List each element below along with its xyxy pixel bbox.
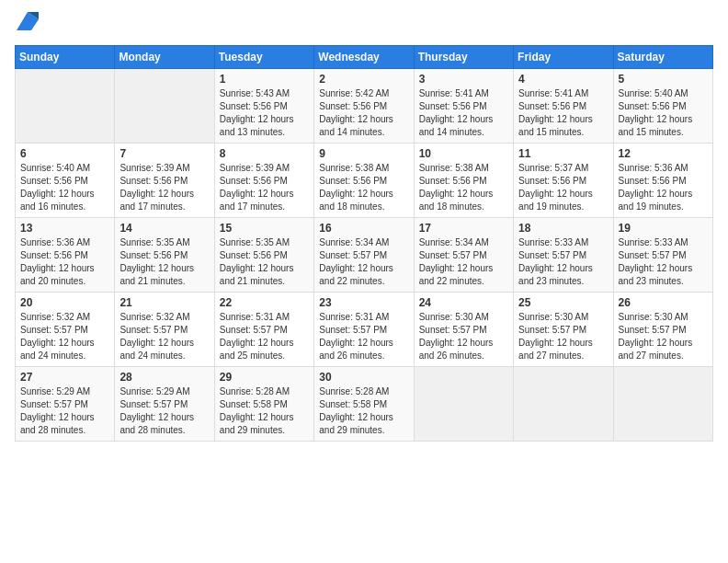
calendar-cell: 19Sunrise: 5:33 AM Sunset: 5:57 PM Dayli… — [613, 218, 712, 293]
day-info: Sunrise: 5:40 AM Sunset: 5:56 PM Dayligh… — [619, 87, 708, 139]
day-number: 14 — [119, 222, 209, 235]
calendar-cell: 3Sunrise: 5:41 AM Sunset: 5:56 PM Daylig… — [414, 69, 513, 144]
weekday-header-wednesday: Wednesday — [314, 46, 414, 69]
day-info: Sunrise: 5:40 AM Sunset: 5:56 PM Dayligh… — [20, 162, 109, 213]
calendar-cell: 28Sunrise: 5:29 AM Sunset: 5:57 PM Dayli… — [115, 367, 214, 442]
day-info: Sunrise: 5:38 AM Sunset: 5:56 PM Dayligh… — [319, 162, 408, 213]
calendar-week-3: 13Sunrise: 5:36 AM Sunset: 5:56 PM Dayli… — [16, 218, 713, 293]
calendar-cell: 18Sunrise: 5:33 AM Sunset: 5:57 PM Dayli… — [514, 218, 613, 293]
calendar-cell: 10Sunrise: 5:38 AM Sunset: 5:56 PM Dayli… — [414, 144, 513, 218]
calendar-cell: 11Sunrise: 5:37 AM Sunset: 5:56 PM Dayli… — [514, 144, 613, 218]
calendar-cell: 22Sunrise: 5:31 AM Sunset: 5:57 PM Dayli… — [214, 293, 313, 367]
day-info: Sunrise: 5:33 AM Sunset: 5:57 PM Dayligh… — [619, 236, 708, 288]
day-info: Sunrise: 5:35 AM Sunset: 5:56 PM Dayligh… — [220, 236, 309, 288]
day-number: 8 — [220, 147, 309, 160]
day-info: Sunrise: 5:28 AM Sunset: 5:58 PM Dayligh… — [319, 385, 408, 437]
day-number: 1 — [220, 73, 309, 86]
day-number: 5 — [619, 73, 708, 86]
calendar-cell: 23Sunrise: 5:31 AM Sunset: 5:57 PM Dayli… — [314, 293, 414, 367]
day-number: 11 — [518, 147, 608, 160]
day-info: Sunrise: 5:30 AM Sunset: 5:57 PM Dayligh… — [619, 311, 708, 362]
day-info: Sunrise: 5:41 AM Sunset: 5:56 PM Dayligh… — [419, 87, 508, 139]
calendar-cell: 17Sunrise: 5:34 AM Sunset: 5:57 PM Dayli… — [414, 218, 513, 293]
day-info: Sunrise: 5:35 AM Sunset: 5:56 PM Dayligh… — [119, 236, 209, 288]
day-info: Sunrise: 5:31 AM Sunset: 5:57 PM Dayligh… — [220, 311, 309, 362]
page-header — [15, 15, 713, 34]
day-info: Sunrise: 5:34 AM Sunset: 5:57 PM Dayligh… — [419, 236, 508, 288]
calendar-cell: 6Sunrise: 5:40 AM Sunset: 5:56 PM Daylig… — [16, 144, 115, 218]
day-info: Sunrise: 5:41 AM Sunset: 5:56 PM Dayligh… — [518, 87, 608, 139]
logo — [15, 15, 39, 34]
day-number: 12 — [619, 147, 708, 160]
day-number: 28 — [119, 371, 209, 384]
calendar-cell: 7Sunrise: 5:39 AM Sunset: 5:56 PM Daylig… — [115, 144, 214, 218]
calendar-cell: 5Sunrise: 5:40 AM Sunset: 5:56 PM Daylig… — [613, 69, 712, 144]
day-number: 20 — [20, 296, 109, 309]
day-info: Sunrise: 5:33 AM Sunset: 5:57 PM Dayligh… — [518, 236, 608, 288]
weekday-header-sunday: Sunday — [16, 46, 115, 69]
calendar-week-1: 1Sunrise: 5:43 AM Sunset: 5:56 PM Daylig… — [16, 69, 713, 144]
day-info: Sunrise: 5:43 AM Sunset: 5:56 PM Dayligh… — [220, 87, 309, 139]
weekday-header-friday: Friday — [514, 46, 613, 69]
calendar-cell: 13Sunrise: 5:36 AM Sunset: 5:56 PM Dayli… — [16, 218, 115, 293]
day-number: 18 — [518, 222, 608, 235]
calendar-cell: 14Sunrise: 5:35 AM Sunset: 5:56 PM Dayli… — [115, 218, 214, 293]
day-info: Sunrise: 5:42 AM Sunset: 5:56 PM Dayligh… — [319, 87, 408, 139]
calendar-cell: 1Sunrise: 5:43 AM Sunset: 5:56 PM Daylig… — [214, 69, 313, 144]
calendar-cell: 9Sunrise: 5:38 AM Sunset: 5:56 PM Daylig… — [314, 144, 414, 218]
day-info: Sunrise: 5:38 AM Sunset: 5:56 PM Dayligh… — [419, 162, 508, 213]
calendar-week-4: 20Sunrise: 5:32 AM Sunset: 5:57 PM Dayli… — [16, 293, 713, 367]
calendar-cell: 12Sunrise: 5:36 AM Sunset: 5:56 PM Dayli… — [613, 144, 712, 218]
day-number: 21 — [119, 296, 209, 309]
day-info: Sunrise: 5:32 AM Sunset: 5:57 PM Dayligh… — [20, 311, 109, 362]
day-number: 30 — [319, 371, 408, 384]
day-number: 6 — [20, 147, 109, 160]
weekday-header-thursday: Thursday — [414, 46, 513, 69]
day-number: 26 — [619, 296, 708, 309]
calendar-week-2: 6Sunrise: 5:40 AM Sunset: 5:56 PM Daylig… — [16, 144, 713, 218]
calendar-cell: 21Sunrise: 5:32 AM Sunset: 5:57 PM Dayli… — [115, 293, 214, 367]
day-number: 13 — [20, 222, 109, 235]
calendar-cell: 24Sunrise: 5:30 AM Sunset: 5:57 PM Dayli… — [414, 293, 513, 367]
day-info: Sunrise: 5:36 AM Sunset: 5:56 PM Dayligh… — [619, 162, 708, 213]
calendar-cell — [514, 367, 613, 442]
day-number: 2 — [319, 73, 408, 86]
day-info: Sunrise: 5:30 AM Sunset: 5:57 PM Dayligh… — [518, 311, 608, 362]
day-number: 17 — [419, 222, 508, 235]
day-info: Sunrise: 5:30 AM Sunset: 5:57 PM Dayligh… — [419, 311, 508, 362]
day-info: Sunrise: 5:32 AM Sunset: 5:57 PM Dayligh… — [119, 311, 209, 362]
day-info: Sunrise: 5:37 AM Sunset: 5:56 PM Dayligh… — [518, 162, 608, 213]
calendar-cell: 29Sunrise: 5:28 AM Sunset: 5:58 PM Dayli… — [214, 367, 313, 442]
day-number: 29 — [220, 371, 309, 384]
day-number: 25 — [518, 296, 608, 309]
day-info: Sunrise: 5:34 AM Sunset: 5:57 PM Dayligh… — [319, 236, 408, 288]
calendar-cell — [16, 69, 115, 144]
day-number: 22 — [220, 296, 309, 309]
calendar-cell — [115, 69, 214, 144]
day-info: Sunrise: 5:39 AM Sunset: 5:56 PM Dayligh… — [220, 162, 309, 213]
day-number: 23 — [319, 296, 408, 309]
weekday-header-monday: Monday — [115, 46, 214, 69]
weekday-header-row: SundayMondayTuesdayWednesdayThursdayFrid… — [16, 46, 713, 69]
calendar-cell — [414, 367, 513, 442]
calendar-cell: 8Sunrise: 5:39 AM Sunset: 5:56 PM Daylig… — [214, 144, 313, 218]
day-number: 27 — [20, 371, 109, 384]
day-info: Sunrise: 5:39 AM Sunset: 5:56 PM Dayligh… — [119, 162, 209, 213]
day-info: Sunrise: 5:29 AM Sunset: 5:57 PM Dayligh… — [119, 385, 209, 437]
day-number: 3 — [419, 73, 508, 86]
day-info: Sunrise: 5:36 AM Sunset: 5:56 PM Dayligh… — [20, 236, 109, 288]
calendar-cell: 2Sunrise: 5:42 AM Sunset: 5:56 PM Daylig… — [314, 69, 414, 144]
calendar-cell: 27Sunrise: 5:29 AM Sunset: 5:57 PM Dayli… — [16, 367, 115, 442]
day-number: 19 — [619, 222, 708, 235]
calendar-cell: 16Sunrise: 5:34 AM Sunset: 5:57 PM Dayli… — [314, 218, 414, 293]
calendar-table: SundayMondayTuesdayWednesdayThursdayFrid… — [15, 45, 713, 442]
calendar-cell: 15Sunrise: 5:35 AM Sunset: 5:56 PM Dayli… — [214, 218, 313, 293]
day-number: 4 — [518, 73, 608, 86]
day-number: 16 — [319, 222, 408, 235]
calendar-cell: 30Sunrise: 5:28 AM Sunset: 5:58 PM Dayli… — [314, 367, 414, 442]
calendar-week-5: 27Sunrise: 5:29 AM Sunset: 5:57 PM Dayli… — [16, 367, 713, 442]
day-number: 15 — [220, 222, 309, 235]
calendar-cell: 25Sunrise: 5:30 AM Sunset: 5:57 PM Dayli… — [514, 293, 613, 367]
day-info: Sunrise: 5:29 AM Sunset: 5:57 PM Dayligh… — [20, 385, 109, 437]
calendar-cell: 20Sunrise: 5:32 AM Sunset: 5:57 PM Dayli… — [16, 293, 115, 367]
